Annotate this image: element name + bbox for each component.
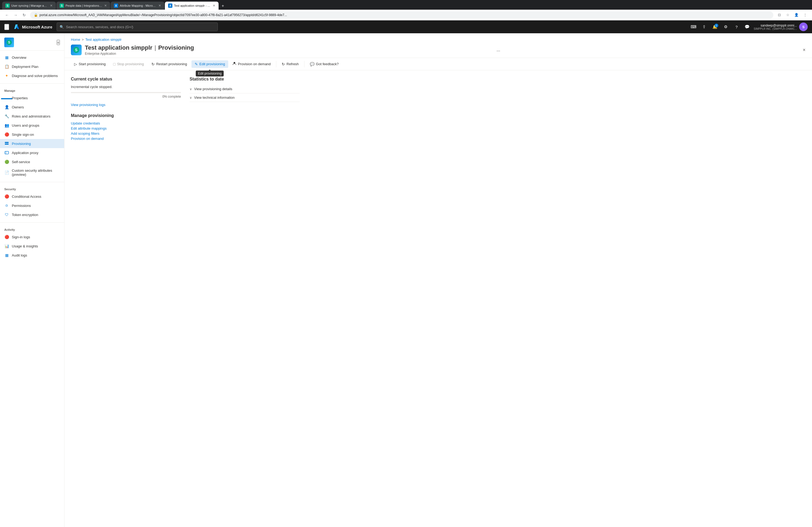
browser-tab-tab1[interactable]: S User syncing | Manage applica... ✕	[2, 2, 56, 10]
sidebar-item-permissions[interactable]: ⛭ Permissions	[0, 201, 64, 210]
browser-tab-tab2[interactable]: S People data | Integrations | Ma... ✕	[56, 2, 110, 10]
azure-search-input[interactable]	[66, 25, 215, 29]
help-icon[interactable]: ?	[732, 22, 741, 31]
upload-icon[interactable]: ⇧	[700, 22, 709, 31]
new-tab-button[interactable]: +	[219, 2, 227, 10]
restart-icon: ↻	[151, 62, 155, 66]
got-feedback-button[interactable]: 💬 Got feedback?	[307, 60, 342, 68]
security-section: Security 🔴 Conditional Access ⛭ Permissi…	[0, 183, 64, 221]
manage-section: Manage ▬▬▬ Properties 👤 Owners 🔧 Roles a…	[0, 85, 64, 181]
back-button[interactable]: ←	[3, 11, 11, 19]
sidebar-label-permissions: Permissions	[12, 204, 31, 208]
sidebar-item-audit-logs[interactable]: ▦ Audit logs	[0, 251, 64, 260]
page-header: Home > Test application simpplr S Test a…	[64, 33, 812, 58]
more-button[interactable]: ⋮	[801, 11, 809, 19]
tab-label-tab4: Test application simpplr - Micr...	[174, 4, 211, 7]
statistics-title: Statistics to date	[190, 77, 300, 81]
restart-provisioning-label: Restart provisioning	[156, 62, 187, 66]
settings-icon[interactable]: ⚙	[722, 22, 730, 31]
sidebar-label-users-groups: Users and groups	[12, 123, 40, 127]
sidebar-label-audit-logs: Audit logs	[12, 253, 27, 257]
tab-icon-tab1: S	[5, 3, 10, 8]
azure-search[interactable]: 🔍	[57, 22, 218, 31]
forward-button[interactable]: →	[12, 11, 19, 19]
browser-chrome: S User syncing | Manage applica... ✕ S P…	[0, 0, 812, 10]
browser-tab-tab4[interactable]: A Test application simpplr - Micr... ✕	[165, 2, 219, 10]
notifications-badge: 2	[714, 24, 718, 27]
page-section-name: Provisioning	[158, 44, 194, 51]
edit-attribute-mappings-link[interactable]: Edit attribute mappings	[71, 126, 181, 131]
app-proxy-icon	[4, 150, 9, 155]
nav-top-section: ▦ Overview 📋 Deployment Plan ✦ Diagnose …	[0, 51, 64, 82]
azure-logo-text: Microsoft Azure	[22, 25, 52, 29]
url-input[interactable]	[40, 13, 770, 17]
profile-button[interactable]: 👤	[793, 11, 800, 19]
manage-section-title: Manage	[0, 87, 64, 93]
edit-provisioning-container: ✎ Edit provisioning Edit provisioning	[191, 60, 228, 68]
reload-button[interactable]: ↻	[20, 11, 28, 19]
sidebar-item-sign-in-logs[interactable]: 🔴 Sign-in logs	[0, 232, 64, 241]
sidebar-item-self-service[interactable]: 🟢 Self-service	[0, 157, 64, 166]
bookmark-button[interactable]: ☆	[784, 11, 792, 19]
stop-provisioning-button[interactable]: □ Stop provisioning	[110, 60, 147, 68]
provision-on-demand-button[interactable]: Provision on demand	[229, 60, 274, 68]
page-app-name: Test application simpplr	[85, 44, 152, 51]
app-icon: S	[4, 37, 14, 47]
restart-provisioning-button[interactable]: ↻ Restart provisioning	[148, 60, 190, 68]
stop-provisioning-label: Stop provisioning	[117, 62, 144, 66]
screen-cast-button[interactable]: ⊡	[775, 11, 783, 19]
sidebar-item-properties[interactable]: ▬▬▬ Properties	[0, 93, 64, 103]
audit-logs-icon: ▦	[4, 253, 9, 258]
deployment-plan-icon: 📋	[4, 64, 9, 69]
sidebar-item-overview[interactable]: ▦ Overview	[0, 53, 64, 62]
provisioning-icon	[4, 141, 9, 146]
sidebar-item-application-proxy[interactable]: Application proxy	[0, 148, 64, 157]
notifications-icon[interactable]: 🔔 2	[711, 22, 719, 31]
sidebar-item-users-groups[interactable]: 👥 Users and groups	[0, 121, 64, 130]
more-options-button[interactable]: ...	[495, 46, 502, 54]
tab-close-tab1[interactable]: ✕	[50, 4, 53, 7]
hamburger-menu[interactable]: ☰	[4, 24, 9, 30]
toolbar-divider-2	[304, 61, 305, 67]
stop-icon: □	[113, 62, 115, 66]
sidebar-item-token-encryption[interactable]: 🛡 Token encryption	[0, 210, 64, 219]
sidebar-item-conditional-access[interactable]: 🔴 Conditional Access	[0, 192, 64, 201]
sidebar-item-usage-insights[interactable]: 📊 Usage & insights	[0, 241, 64, 251]
provision-on-demand-label: Provision on demand	[238, 62, 271, 66]
refresh-button[interactable]: ↻ Refresh	[278, 60, 302, 68]
feedback-icon[interactable]: 💬	[743, 22, 752, 31]
user-avatar[interactable]: S	[799, 22, 808, 31]
sidebar-item-custom-security[interactable]: 📄 Custom security attributes (preview)	[0, 166, 64, 179]
close-button[interactable]: ×	[802, 47, 806, 53]
tab-close-tab4[interactable]: ✕	[213, 4, 215, 7]
url-bar[interactable]: 🔒	[30, 12, 773, 18]
svg-rect-2	[5, 142, 9, 143]
browser-tab-tab3[interactable]: A Attribute Mapping - Microsoft... ✕	[111, 2, 164, 10]
sidebar-label-usage-insights: Usage & insights	[12, 244, 38, 248]
sidebar-label-sign-in-logs: Sign-in logs	[12, 235, 30, 239]
edit-provisioning-button[interactable]: ✎ Edit provisioning	[191, 60, 228, 68]
user-info[interactable]: sandeep@simpplr.onmi... SIMPPLR INC. (SI…	[754, 24, 797, 30]
sidebar-item-provisioning[interactable]: Provisioning	[0, 139, 64, 148]
start-provisioning-label: Start provisioning	[79, 62, 105, 66]
tab-close-tab2[interactable]: ✕	[104, 4, 107, 7]
sidebar-item-deployment-plan[interactable]: 📋 Deployment Plan	[0, 62, 64, 71]
sidebar-item-roles[interactable]: 🔧 Roles and administrators	[0, 111, 64, 121]
view-provisioning-details-item[interactable]: ∨ View provisioning details	[190, 85, 300, 93]
cloud-shell-icon[interactable]: ⌨	[689, 22, 698, 31]
sidebar-collapse-button[interactable]: «	[57, 40, 60, 45]
tab-close-tab3[interactable]: ✕	[158, 4, 161, 7]
view-provisioning-logs-link[interactable]: View provisioning logs	[71, 103, 105, 107]
sidebar-item-single-sign-on[interactable]: 🔴 Single sign-on	[0, 130, 64, 139]
view-technical-info-item[interactable]: ∨ View technical information	[190, 93, 300, 102]
sidebar-label-app-proxy: Application proxy	[12, 151, 39, 155]
breadcrumb-app[interactable]: Test application simpplr	[85, 37, 122, 42]
add-scoping-filters-link[interactable]: Add scoping filters	[71, 132, 181, 136]
start-provisioning-button[interactable]: ▷ Start provisioning	[71, 60, 109, 68]
update-credentials-link[interactable]: Update credentials	[71, 121, 181, 125]
provision-on-demand-link[interactable]: Provision on demand	[71, 137, 181, 140]
view-provisioning-details-label: View provisioning details	[194, 87, 232, 91]
sidebar-item-owners[interactable]: 👤 Owners	[0, 103, 64, 111]
sidebar-item-diagnose[interactable]: ✦ Diagnose and solve problems	[0, 71, 64, 80]
breadcrumb-home[interactable]: Home	[71, 37, 80, 42]
